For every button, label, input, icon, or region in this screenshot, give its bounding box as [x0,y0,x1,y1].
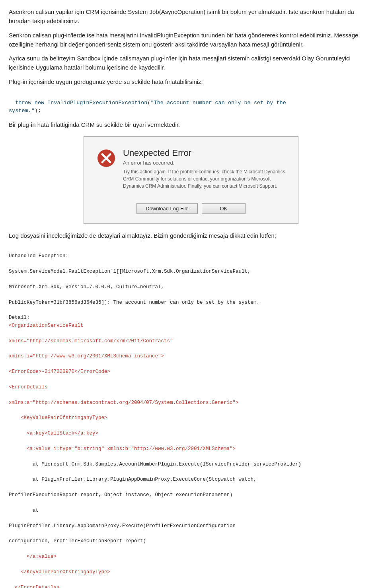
log-config: configuration, ProfilerExecutionReport r… [9,538,146,544]
log-orgfault-open: <OrganizationServiceFault [9,323,84,328]
exception-class: InvalidPluginExecutionException [47,100,147,106]
log-errorcode: <ErrorCode>-2147220970</ErrorCode> [9,369,110,375]
log-line1: Unhandled Exception: [9,253,68,259]
log-xmlns-open: xmlns="http://schemas.microsoft.com/xrm/… [9,338,173,344]
paragraph-1: Asenkron calisan yapilar için CRM içeris… [9,7,373,26]
error-subtitle: An error has occurred. [123,160,285,166]
log-akey: <a:key>CallStack</a:key> [9,431,98,436]
log-pplib: PluginProfiler.Library.AppDomainProxy.Ex… [9,523,236,529]
log-at-microsoft: at Microsoft.Crm.Sdk.Samples.AccountNumb… [9,462,301,467]
log-xmlnsi: xmlns:i="http://www.w3.org/2001/XMLSchem… [9,353,164,359]
throw-keyword: throw new [15,100,47,106]
ok-button[interactable]: OK [202,203,246,214]
error-dialog-wrapper: Unexpected Error An error has occurred. … [9,136,373,224]
log-errordetails-open: <ErrorDetails [9,384,48,390]
log-line3: Microsoft.Xrm.Sdk, Version=7.0.0.0, Cult… [9,284,164,290]
error-text-group: Unexpected Error An error has occurred. … [123,148,285,194]
download-log-button[interactable]: Download Log File [136,203,198,214]
log-errordetails-close: </ErrorDetails> [9,585,60,588]
paragraph-3: Ayrica sunu da belirteyim Sandbox içinde… [9,54,373,72]
log-avalue-close: </a:value> [9,554,57,559]
error-dialog-top: Unexpected Error An error has occurred. … [97,148,285,194]
log-kvpair-close: </KeyValuePairOfstringanyType> [9,569,110,575]
error-x-icon [97,149,116,168]
paragraph-6: Bir plug-in hata firlattiginda CRM su se… [9,120,373,129]
error-dialog-buttons: Download Log File OK [97,203,285,214]
log-at2: at [9,508,39,513]
log-at-plin: at PluginProfiler.Library.PluginAppDomai… [9,477,257,482]
log-line5-detail: Detail: [9,315,33,320]
error-title: Unexpected Error [123,148,285,158]
log-avalue-open: <a:value i:type="b:string" xmlns:b="http… [9,446,236,452]
log-line2: System.ServiceModel.FaultException`1[[Mi… [9,269,251,274]
log-line4: PublicKeyToken=31bf3856ad364e35]]: The a… [9,300,259,305]
error-dialog: Unexpected Error An error has occurred. … [84,136,298,224]
throw-code-block: throw new InvalidPluginExecutionExceptio… [9,91,373,115]
paragraph-2: Senkron calisan plug-in'lerde ise hata m… [9,31,373,49]
error-body: Try this action again. If the problem co… [123,168,285,190]
log-xmlns-a: xmlns:a="http://schemas.datacontract.org… [9,400,239,406]
log-kvpair-open: <KeyValuePairOfstringanyType> [9,415,107,421]
log-intro: Log dosyasini incelediğimizde de detayla… [9,231,373,240]
log-code-block: Unhandled Exception: System.ServiceModel… [9,245,373,588]
paragraph-4: Plug-in içerisinde uygun gordugunuz yerd… [9,77,373,86]
log-profexec: ProfilerExecutionReport report, Object i… [9,492,233,498]
